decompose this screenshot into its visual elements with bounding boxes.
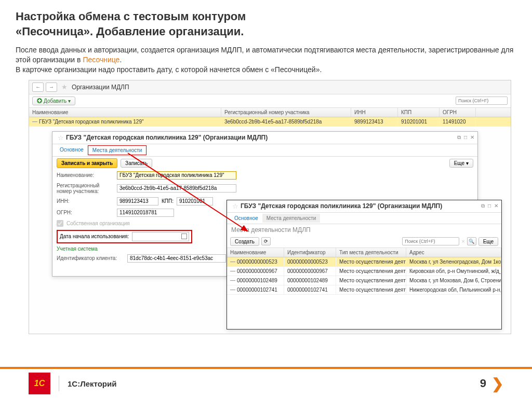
- more-button[interactable]: Еще ▾: [449, 159, 473, 168]
- app-window: ← → ★ Организации МДЛП Добавить ▾ Наимен…: [29, 80, 511, 334]
- col-name[interactable]: Наименование: [29, 108, 221, 117]
- col-inn[interactable]: ИНН: [351, 108, 398, 117]
- start-date-field[interactable]: [132, 232, 189, 241]
- close-icon[interactable]: ✕: [470, 134, 474, 141]
- favorite-icon[interactable]: ★: [61, 83, 68, 91]
- table-row[interactable]: —ГБУЗ "Детская городская поликлиника 129…: [29, 117, 511, 127]
- date-highlight-box: Дата начала использования:: [57, 230, 192, 243]
- search-input[interactable]: [402, 237, 459, 245]
- calendar-icon: [181, 234, 187, 239]
- logo-1c: 1C: [29, 373, 50, 394]
- col-type[interactable]: Тип места деятельности: [336, 248, 406, 257]
- col-reg[interactable]: Регистрационный номер участника: [221, 108, 351, 117]
- ogrn-field[interactable]: [117, 209, 174, 217]
- nav-back-button[interactable]: ←: [32, 83, 44, 92]
- window-title: ГБУЗ "Детская городская поликлиника 129"…: [66, 134, 457, 141]
- sub-title: Места деятельности МДЛП: [227, 224, 501, 236]
- tab-places[interactable]: Места деятельности: [262, 214, 321, 223]
- maximize-icon[interactable]: □: [488, 203, 491, 209]
- plus-icon: [37, 98, 42, 103]
- page-title: Организации МДЛП: [72, 84, 129, 91]
- table-row[interactable]: —0000000000096700000000000967Место осуще…: [227, 267, 501, 276]
- col-kpp[interactable]: КПП: [398, 108, 440, 117]
- tab-places[interactable]: Места деятельности: [88, 145, 147, 155]
- slide-footer: 1C 1С:Лекторий 9 ❯: [0, 367, 532, 398]
- save-button[interactable]: Записать: [121, 159, 152, 168]
- client-id-field[interactable]: [127, 254, 226, 263]
- window-title: ГБУЗ "Детская городская поликлиника 129"…: [241, 202, 481, 210]
- detach-icon[interactable]: ⧉: [457, 134, 461, 141]
- search-input[interactable]: [456, 97, 508, 105]
- table-row[interactable]: —0000000010248900000000102489Место осуще…: [227, 276, 501, 285]
- kpp-field[interactable]: [177, 197, 213, 205]
- row-icon: —: [32, 119, 37, 125]
- create-button[interactable]: Создать: [230, 237, 259, 246]
- page-number: 9: [480, 377, 486, 390]
- more-button[interactable]: Еще: [478, 237, 498, 246]
- add-button[interactable]: Добавить ▾: [32, 97, 75, 105]
- table-row[interactable]: —0000000010274100000000102741Место осуще…: [227, 285, 501, 295]
- refresh-button[interactable]: ⟳: [261, 237, 271, 245]
- favorite-icon[interactable]: ☆: [232, 202, 238, 210]
- nav-toolbar: ← → ★ Организации МДЛП: [29, 80, 511, 94]
- favorite-icon[interactable]: ☆: [58, 134, 64, 142]
- inn-field[interactable]: [117, 197, 158, 205]
- chevron-right-icon: ❯: [491, 375, 503, 392]
- nav-forward-button[interactable]: →: [46, 83, 57, 92]
- reg-field[interactable]: [117, 184, 236, 193]
- slide-title: Настройка обмена с тестовым контуром «Пе…: [0, 0, 532, 41]
- close-icon[interactable]: ✕: [494, 203, 498, 209]
- col-id[interactable]: Идентификатор: [284, 248, 336, 257]
- tab-main[interactable]: Основное: [56, 145, 88, 155]
- table-row[interactable]: —0000000000052300000000000523Место осуще…: [227, 257, 501, 267]
- col-name[interactable]: Наименование: [227, 248, 284, 257]
- tab-main[interactable]: Основное: [230, 214, 262, 223]
- save-close-button[interactable]: Записать и закрыть: [57, 158, 117, 168]
- slide-description: После ввода данных и авторизации, создае…: [0, 41, 532, 80]
- grid-header: Наименование Регистрационный номер участ…: [29, 108, 511, 117]
- name-field[interactable]: [117, 171, 236, 180]
- col-ogrn[interactable]: ОГРН: [440, 108, 476, 117]
- places-window: ☆ ГБУЗ "Детская городская поликлиника 12…: [227, 200, 502, 330]
- own-org-checkbox: [57, 220, 63, 227]
- search-button[interactable]: 🔍: [467, 237, 476, 245]
- maximize-icon[interactable]: □: [464, 134, 467, 141]
- detach-icon[interactable]: ⧉: [481, 203, 485, 209]
- footer-text: 1С:Лекторий: [68, 379, 116, 388]
- col-addr[interactable]: Адрес: [406, 248, 501, 257]
